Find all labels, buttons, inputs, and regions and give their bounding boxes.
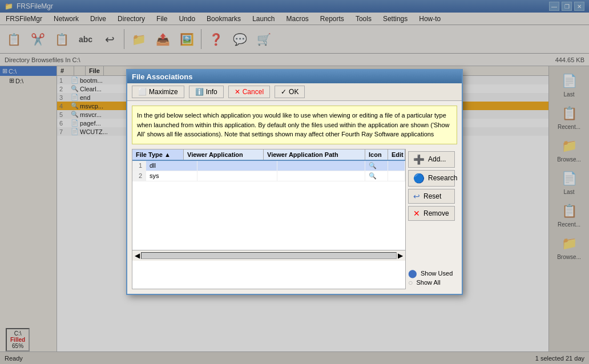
show-all-label: Show All — [416, 279, 440, 286]
info-label: Info — [206, 88, 217, 96]
show-all-radio[interactable]: ○ Show All — [408, 278, 455, 287]
file-associations-dialog: File Associations ⬜ Maximize ℹ️ Info ✕ C… — [126, 69, 463, 295]
scroll-right-icon[interactable]: ▶ — [398, 252, 403, 260]
grid-icon-2[interactable]: 🔍 — [365, 171, 388, 181]
ok-icon: ✓ — [281, 88, 287, 96]
research-button[interactable]: 🔵 Research — [408, 170, 455, 187]
remove-label: Remove — [423, 209, 449, 217]
grid-num-2: 2 — [132, 171, 146, 181]
col-viewerapp[interactable]: Viewer Application — [184, 149, 264, 160]
file-type-grid: File Type ▲ Viewer Application Viewer Ap… — [132, 149, 406, 289]
cancel-btn[interactable]: ✕ Cancel — [228, 86, 270, 98]
grid-header: File Type ▲ Viewer Application Viewer Ap… — [132, 149, 405, 161]
maximize-icon: ⬜ — [138, 88, 147, 96]
grid-viewerapp-1 — [197, 161, 277, 171]
grid-viewerpath-2 — [277, 171, 365, 181]
show-used-label: Show Used — [421, 270, 453, 277]
grid-empty-area — [132, 181, 405, 250]
add-icon: ➕ — [413, 154, 425, 165]
add-button[interactable]: ➕ Add... — [408, 151, 455, 168]
radio-group: ⬤ Show Used ○ Show All — [408, 269, 455, 287]
show-used-radio[interactable]: ⬤ Show Used — [408, 269, 455, 278]
remove-icon: ✕ — [413, 209, 420, 218]
show-used-icon: ⬤ — [408, 269, 417, 278]
grid-row-2[interactable]: 2 sys 🔍 — [132, 171, 405, 181]
ok-label: OK — [289, 88, 298, 96]
cancel-icon: ✕ — [235, 88, 240, 96]
grid-viewerapp-2 — [197, 171, 277, 181]
col-viewerpath[interactable]: Viewer Application Path — [264, 149, 365, 160]
col-edit[interactable]: Edit — [388, 149, 405, 160]
info-btn[interactable]: ℹ️ Info — [189, 86, 224, 98]
modal-overlay: File Associations ⬜ Maximize ℹ️ Info ✕ C… — [0, 0, 589, 364]
maximize-btn[interactable]: ⬜ Maximize — [132, 86, 184, 98]
show-all-icon: ○ — [408, 278, 413, 287]
reset-button[interactable]: ↩ Reset — [408, 189, 455, 204]
grid-edit-2[interactable] — [388, 171, 405, 181]
remove-button[interactable]: ✕ Remove — [408, 206, 455, 221]
grid-icon-1[interactable]: 🔍 — [365, 161, 388, 171]
grid-filetype-2: sys — [146, 171, 197, 181]
add-label: Add... — [428, 155, 446, 163]
dialog-title: File Associations — [132, 72, 192, 81]
grid-viewerpath-1 — [277, 161, 365, 171]
scroll-track[interactable] — [141, 252, 397, 259]
ok-btn[interactable]: ✓ OK — [275, 86, 305, 98]
dialog-toolbar: ⬜ Maximize ℹ️ Info ✕ Cancel ✓ OK — [127, 83, 462, 101]
grid-row-1[interactable]: 1 dll 🔍 — [132, 161, 405, 171]
dialog-content: File Type ▲ Viewer Application Viewer Ap… — [132, 149, 457, 289]
grid-num-1: 1 — [132, 161, 146, 171]
horizontal-scrollbar[interactable]: ◀ ▶ — [132, 250, 405, 261]
research-icon: 🔵 — [413, 173, 425, 184]
col-filetype[interactable]: File Type ▲ — [132, 149, 184, 160]
maximize-label: Maximize — [149, 88, 178, 96]
cancel-label: Cancel — [243, 88, 264, 96]
research-label: Research — [428, 174, 457, 182]
dialog-info-text: In the grid below select which applicati… — [132, 106, 457, 144]
grid-filetype-1: dll — [146, 161, 197, 171]
side-buttons: ➕ Add... 🔵 Research ↩ Reset ✕ Remove — [406, 149, 457, 289]
dialog-title-bar: File Associations — [127, 70, 462, 83]
reset-label: Reset — [423, 192, 441, 200]
reset-icon: ↩ — [413, 192, 420, 201]
info-icon: ℹ️ — [195, 88, 204, 96]
grid-edit-1[interactable] — [388, 161, 405, 171]
scroll-left-icon[interactable]: ◀ — [135, 252, 140, 260]
col-icon[interactable]: Icon — [365, 149, 388, 160]
